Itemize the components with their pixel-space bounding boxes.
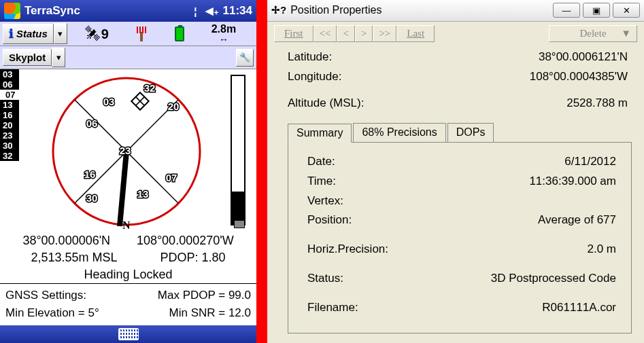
- view-toolbar: Skyplot ▾ 🔧: [0, 46, 256, 69]
- battery-icon[interactable]: [175, 26, 184, 41]
- terrasync-pda: TerraSync ¦ ◀₊ 11:34 ℹ Status ▾ 🛰9 2.8m …: [0, 0, 262, 343]
- latitude: 38°00.000006'N: [22, 232, 110, 249]
- maximize-button[interactable]: ▣: [583, 3, 610, 18]
- chevron-down-icon: ▼: [621, 28, 631, 39]
- skyplot-chart[interactable]: N 322003062316301307: [48, 73, 205, 230]
- altitude: 2,513.55m MSL: [31, 249, 117, 266]
- sat-list-item[interactable]: 07: [3, 90, 19, 100]
- satellite-icon[interactable]: 🛰9: [85, 25, 109, 43]
- skyplot-sat[interactable]: 32: [144, 82, 156, 94]
- skyplot-sat[interactable]: 16: [84, 168, 96, 180]
- prev-page-button[interactable]: <<: [313, 25, 337, 42]
- skyplot-sat[interactable]: 13: [137, 188, 149, 200]
- time-label: Time:: [307, 172, 336, 192]
- file-label: Filename:: [307, 298, 358, 318]
- info-icon: ℹ: [9, 26, 14, 41]
- status-toolbar: ℹ Status ▾ 🛰9 2.8m ↔: [0, 22, 256, 46]
- lat-value: 38°00.0006121'N: [539, 48, 628, 67]
- status-label: Status: [16, 28, 48, 39]
- skyplot-sat[interactable]: 03: [103, 96, 115, 107]
- tab-dops[interactable]: DOPs: [447, 123, 494, 142]
- sat-list-item[interactable]: 23: [0, 130, 19, 141]
- first-button[interactable]: First: [274, 25, 313, 42]
- status-label: Status:: [307, 269, 343, 289]
- settings-button[interactable]: 🔧: [236, 49, 254, 67]
- position-properties-window: ✢? Position Properties — ▣ ✕ First << < …: [262, 0, 644, 343]
- position-value: Average of 677: [538, 211, 616, 230]
- skyplot-sat[interactable]: 20: [168, 101, 180, 112]
- vertex-label: Vertex:: [307, 192, 343, 211]
- help-icon: ✢?: [271, 4, 286, 16]
- delete-button[interactable]: Delete▼: [549, 25, 637, 42]
- snr-bar: [231, 75, 245, 225]
- min-snr: Min SNR = 12.0: [169, 304, 251, 322]
- pda-bottom-bar[interactable]: [0, 325, 256, 343]
- skyplot-dropdown[interactable]: ▾: [52, 48, 65, 67]
- date-label: Date:: [307, 152, 335, 172]
- last-button[interactable]: Last: [396, 25, 435, 42]
- summary-pane: Date:6/11/2012 Time:11:36:39.000 am Vert…: [288, 142, 632, 333]
- prev-button[interactable]: <: [337, 25, 354, 42]
- status-value: 3D Postprocessed Code: [491, 269, 616, 289]
- time-value: 11:36:39.000 am: [529, 172, 616, 192]
- satellite-list: 030607131620233032: [0, 69, 19, 161]
- pda-title-bar[interactable]: TerraSync ¦ ◀₊ 11:34: [0, 0, 256, 22]
- tab-strip: Summary 68% Precisions DOPs: [288, 123, 632, 142]
- sat-list-item[interactable]: 16: [0, 110, 19, 120]
- date-value: 6/11/2012: [564, 152, 616, 172]
- min-elevation: Min Elevation = 5°: [5, 304, 99, 322]
- app-title: TerraSync: [24, 4, 80, 18]
- sat-count: 9: [101, 26, 109, 41]
- window-title: Position Properties: [290, 4, 382, 16]
- close-button[interactable]: ✕: [613, 3, 640, 18]
- accuracy-value: 2.8m: [211, 24, 236, 35]
- start-icon[interactable]: [4, 3, 20, 19]
- alt-label: Altitude (MSL):: [288, 94, 364, 113]
- speaker-icon[interactable]: ◀₊: [205, 5, 219, 17]
- nav-toolbar: First << < > >> Last Delete▼: [267, 22, 644, 43]
- skyplot-button[interactable]: Skyplot: [3, 49, 52, 66]
- connectivity-icon[interactable]: ¦: [194, 5, 197, 17]
- lon-value: 108°00.0004385'W: [530, 67, 628, 87]
- gnss-settings: GNSS Settings: Max PDOP = 99.0 Min Eleva…: [0, 283, 256, 325]
- next-button[interactable]: >: [355, 25, 373, 42]
- file-value: R061111A.cor: [542, 298, 616, 318]
- next-page-button[interactable]: >>: [373, 25, 396, 42]
- window-title-bar[interactable]: ✢? Position Properties — ▣ ✕: [267, 0, 644, 22]
- position-readout: 38°00.000006'N 108°00.000270'W 2,513.55m…: [0, 232, 256, 284]
- heading-status: Heading Locked: [0, 266, 256, 283]
- status-button[interactable]: ℹ Status: [3, 24, 54, 44]
- gnss-settings-label: GNSS Settings:: [5, 287, 86, 304]
- max-pdop: Max PDOP = 99.0: [158, 287, 251, 304]
- tab-precisions[interactable]: 68% Precisions: [353, 123, 445, 142]
- skyplot-label: Skyplot: [9, 52, 46, 63]
- sat-list-item[interactable]: 32: [0, 151, 19, 161]
- basestation-icon[interactable]: [135, 26, 148, 41]
- sat-list-item[interactable]: 20: [0, 120, 19, 130]
- keyboard-icon[interactable]: [118, 328, 139, 340]
- horiz-arrow-icon: ↔: [219, 35, 228, 44]
- coord-fields: Latitude:38°00.0006121'N Longitude:108°0…: [267, 43, 644, 115]
- skyplot-area: 030607131620233032 N 322003062316301307 …: [0, 69, 256, 283]
- skyplot-sat[interactable]: 06: [86, 118, 98, 129]
- svg-line-3: [120, 151, 126, 226]
- skyplot-sat[interactable]: 30: [86, 192, 98, 204]
- alt-value: 2528.788 m: [566, 94, 628, 113]
- svg-text:N: N: [122, 219, 131, 230]
- lat-label: Latitude:: [288, 48, 332, 67]
- sat-list-item[interactable]: 30: [0, 141, 19, 151]
- position-label: Position:: [307, 211, 352, 230]
- sat-list-item[interactable]: 03: [0, 69, 19, 79]
- status-dropdown[interactable]: ▾: [54, 23, 67, 44]
- pdop: PDOP: 1.80: [160, 249, 225, 266]
- sat-list-item[interactable]: 06: [0, 79, 19, 90]
- accuracy-indicator[interactable]: 2.8m ↔: [211, 24, 236, 44]
- tab-summary[interactable]: Summary: [288, 124, 352, 143]
- lon-label: Longitude:: [288, 67, 341, 87]
- hprec-label: Horiz.Precision:: [307, 240, 388, 259]
- skyplot-sat[interactable]: 23: [120, 145, 131, 156]
- skyplot-sat[interactable]: 07: [166, 172, 177, 183]
- sat-list-item[interactable]: 13: [0, 100, 19, 110]
- hprec-value: 2.0 m: [587, 240, 616, 259]
- minimize-button[interactable]: —: [553, 3, 580, 18]
